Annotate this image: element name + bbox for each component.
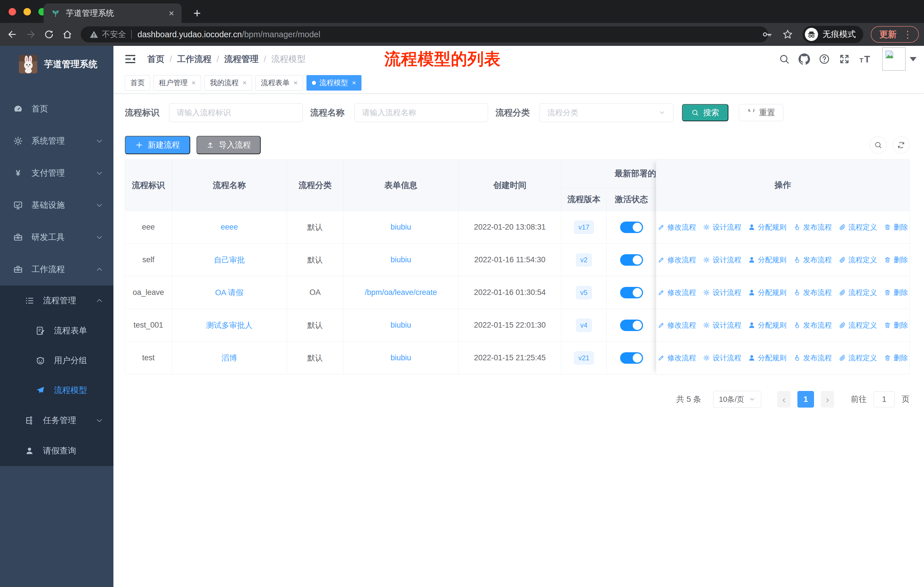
font-size-icon[interactable]: TT (859, 53, 874, 65)
sidebar-item-process-model[interactable]: 流程模型 (0, 375, 114, 405)
op-edit-process-link[interactable]: 修改流程 (658, 288, 696, 297)
close-window-button[interactable] (8, 8, 16, 15)
op-edit-process-link[interactable]: 修改流程 (658, 321, 696, 330)
active-toggle[interactable] (620, 254, 643, 266)
op-assign-rule-link[interactable]: 分配规则 (748, 255, 787, 265)
sidebar-item-payment-mgmt[interactable]: ¥支付管理 (0, 157, 114, 189)
new-tab-button[interactable]: + (189, 5, 205, 21)
op-delete-link[interactable]: 删除 (884, 255, 908, 265)
version-badge[interactable]: v5 (576, 286, 592, 299)
op-delete-link[interactable]: 删除 (884, 222, 908, 232)
sidebar-item-process-mgmt[interactable]: 流程管理 (0, 286, 114, 316)
op-process-definition-link[interactable]: 流程定义 (839, 353, 877, 362)
github-icon[interactable] (799, 53, 810, 65)
cell-form-info-link[interactable]: biubiu (343, 309, 459, 341)
cell-process-name-link[interactable]: eeee (172, 211, 287, 243)
sidebar-item-workflow[interactable]: 工作流程 (0, 253, 114, 286)
close-icon[interactable]: × (352, 79, 356, 87)
version-badge[interactable]: v17 (574, 221, 594, 234)
breadcrumb-item[interactable]: 首页 (147, 53, 164, 65)
address-bar[interactable]: 不安全 dashboard.yudao.iocoder.cn/bpm/manag… (81, 26, 768, 42)
security-label[interactable]: 不安全 (102, 29, 126, 40)
forward-icon[interactable] (25, 28, 37, 40)
breadcrumb-item[interactable]: 工作流程 (177, 53, 211, 65)
sidebar-item-infrastructure[interactable]: 基础设施 (0, 189, 114, 221)
update-label[interactable]: 更新 (879, 29, 896, 40)
breadcrumb-item[interactable]: 流程管理 (224, 53, 259, 65)
cell-process-name-link[interactable]: 自己审批 (172, 244, 287, 276)
version-badge[interactable]: v2 (576, 253, 592, 266)
op-deploy-process-link[interactable]: 发布流程 (794, 353, 832, 362)
page-size-select[interactable]: 10条/页 (713, 391, 761, 408)
fullscreen-icon[interactable] (839, 53, 850, 65)
op-assign-rule-link[interactable]: 分配规则 (748, 353, 787, 362)
tab-my-process[interactable]: 我的流程× (205, 75, 252, 91)
op-process-definition-link[interactable]: 流程定义 (839, 255, 877, 265)
avatar[interactable] (882, 47, 906, 71)
op-delete-link[interactable]: 删除 (884, 353, 908, 362)
browser-update-button[interactable]: 更新 ⋮ (871, 26, 919, 43)
key-icon[interactable] (761, 29, 773, 40)
op-design-process-link[interactable]: 设计流程 (703, 321, 741, 330)
active-toggle[interactable] (620, 319, 643, 331)
op-process-definition-link[interactable]: 流程定义 (839, 222, 877, 232)
process-key-input[interactable] (169, 103, 303, 122)
help-icon[interactable] (818, 53, 830, 65)
active-toggle[interactable] (620, 287, 643, 298)
op-process-definition-link[interactable]: 流程定义 (839, 321, 877, 330)
refresh-table-button[interactable] (893, 136, 910, 154)
import-process-button[interactable]: 导入流程 (196, 136, 261, 154)
browser-tab[interactable]: 芋道管理系统 × (43, 3, 182, 23)
op-delete-link[interactable]: 删除 (884, 288, 908, 297)
sidebar-item-home[interactable]: 首页 (0, 93, 114, 125)
op-delete-link[interactable]: 删除 (884, 321, 908, 330)
version-badge[interactable]: v4 (576, 319, 592, 332)
op-edit-process-link[interactable]: 修改流程 (658, 353, 696, 362)
cell-form-info-link[interactable]: /bpm/oa/leave/create (343, 276, 459, 309)
close-icon[interactable]: × (243, 79, 247, 87)
process-name-input[interactable] (354, 103, 488, 122)
op-assign-rule-link[interactable]: 分配规则 (748, 222, 787, 232)
goto-page-input[interactable] (874, 391, 895, 407)
bookmark-star-icon[interactable] (782, 29, 794, 40)
op-process-definition-link[interactable]: 流程定义 (839, 288, 877, 297)
op-edit-process-link[interactable]: 修改流程 (658, 255, 696, 265)
search-button[interactable]: 搜索 (682, 104, 728, 121)
active-toggle[interactable] (620, 222, 643, 233)
op-deploy-process-link[interactable]: 发布流程 (794, 222, 832, 232)
active-toggle[interactable] (620, 352, 643, 364)
cell-process-name-link[interactable]: 测试多审批人 (172, 309, 287, 341)
process-category-select[interactable]: 流程分类 (540, 103, 673, 122)
version-badge[interactable]: v21 (574, 351, 594, 365)
not-secure-warning-icon[interactable] (89, 30, 99, 39)
reload-icon[interactable] (43, 28, 55, 40)
sidebar-item-leave-query[interactable]: 请假查询 (0, 436, 114, 466)
op-design-process-link[interactable]: 设计流程 (703, 353, 741, 362)
cell-form-info-link[interactable]: biubiu (343, 244, 459, 276)
op-deploy-process-link[interactable]: 发布流程 (794, 255, 832, 265)
sidebar-item-user-group[interactable]: 用户分组 (0, 346, 114, 375)
tab-process-model[interactable]: 流程模型× (307, 75, 361, 91)
tab-tenant-mgmt[interactable]: 租户管理× (153, 75, 201, 91)
minimize-window-button[interactable] (23, 8, 31, 15)
reset-button[interactable]: 重置 (739, 104, 784, 121)
next-page-button[interactable]: › (821, 391, 834, 408)
sidebar-logo-row[interactable]: 芋道管理系统 (0, 46, 114, 83)
current-page-button[interactable]: 1 (797, 391, 814, 408)
cell-process-name-link[interactable]: OA 请假 (172, 276, 287, 309)
op-design-process-link[interactable]: 设计流程 (703, 288, 741, 297)
close-icon[interactable]: × (294, 79, 298, 87)
close-icon[interactable]: × (191, 79, 196, 87)
hamburger-icon[interactable] (124, 53, 136, 65)
back-icon[interactable] (6, 28, 18, 40)
op-assign-rule-link[interactable]: 分配规则 (748, 288, 787, 297)
toggle-search-button[interactable] (870, 136, 887, 154)
search-icon[interactable] (779, 53, 790, 65)
tab-close-icon[interactable]: × (169, 8, 174, 19)
op-assign-rule-link[interactable]: 分配规则 (748, 321, 787, 330)
cell-form-info-link[interactable]: biubiu (343, 342, 459, 374)
prev-page-button[interactable]: ‹ (777, 391, 790, 408)
op-deploy-process-link[interactable]: 发布流程 (794, 288, 832, 297)
sidebar-item-system-mgmt[interactable]: 系统管理 (0, 125, 114, 157)
avatar-caret-icon[interactable] (910, 57, 917, 61)
